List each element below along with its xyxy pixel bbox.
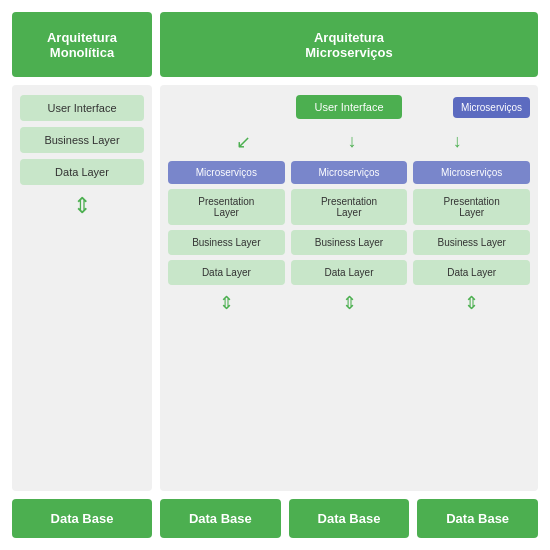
micro-col1-badge: Microserviços <box>168 161 285 184</box>
micro-col3-business: Business Layer <box>413 230 530 255</box>
micro-title: Arquitetura Microserviços <box>305 30 392 60</box>
micro-col3-arrow: ⇕ <box>464 292 479 314</box>
micro-col2-data-label: Data Layer <box>325 267 374 278</box>
arrow-down-1: ↙ <box>236 131 251 153</box>
micro-col2-badge-label: Microserviços <box>318 167 379 178</box>
micro-col3-presentation: Presentation Layer <box>413 189 530 225</box>
db-mono-label: Data Base <box>51 511 114 526</box>
main-container: Arquitetura Monolítica Arquitetura Micro… <box>0 0 550 550</box>
micro-col1-presentation: Presentation Layer <box>168 189 285 225</box>
content-row: User Interface Business Layer Data Layer… <box>12 85 538 491</box>
db-micro3-label: Data Base <box>446 511 509 526</box>
db-micro3: Data Base <box>417 499 538 538</box>
mono-business-label: Business Layer <box>44 134 119 146</box>
micro-ui-box: User Interface <box>296 95 401 119</box>
arrow-down-2: ↓ <box>347 131 356 153</box>
micro-col3-biz-label: Business Layer <box>437 237 505 248</box>
micro-col3-data-label: Data Layer <box>447 267 496 278</box>
headers-row: Arquitetura Monolítica Arquitetura Micro… <box>12 12 538 77</box>
micro-col3-data: Data Layer <box>413 260 530 285</box>
micro-badge-top: Microserviços <box>453 97 530 118</box>
micro-col-1: Microserviços Presentation Layer Busines… <box>168 161 285 481</box>
micro-area: User Interface Microserviços ↙ ↓ ↓ Micro… <box>160 85 538 491</box>
db-micro1: Data Base <box>160 499 281 538</box>
micro-col2-badge: Microserviços <box>291 161 408 184</box>
micro-col2-business: Business Layer <box>291 230 408 255</box>
db-micro1-label: Data Base <box>189 511 252 526</box>
mono-header: Arquitetura Monolítica <box>12 12 152 77</box>
db-row: Data Base Data Base Data Base Data Base <box>12 499 538 538</box>
micro-col3-pres-label: Presentation Layer <box>444 196 500 218</box>
micro-col2-arrow: ⇕ <box>342 292 357 314</box>
micro-col1-badge-label: Microserviços <box>196 167 257 178</box>
micro-col-3: Microserviços Presentation Layer Busines… <box>413 161 530 481</box>
db-micro2: Data Base <box>289 499 410 538</box>
mono-data-box: Data Layer <box>20 159 144 185</box>
mono-arrow: ⇕ <box>73 195 91 217</box>
micro-col2-pres-label: Presentation Layer <box>321 196 377 218</box>
mono-data-label: Data Layer <box>55 166 109 178</box>
arrows-from-ui: ↙ ↓ ↓ <box>168 131 530 153</box>
micro-col1-biz-label: Business Layer <box>192 237 260 248</box>
micro-col2-presentation: Presentation Layer <box>291 189 408 225</box>
micro-top: User Interface Microserviços <box>168 95 530 123</box>
db-mono: Data Base <box>12 499 152 538</box>
micro-col2-data: Data Layer <box>291 260 408 285</box>
mono-ui-label: User Interface <box>47 102 116 114</box>
micro-col3-badge-label: Microserviços <box>441 167 502 178</box>
micro-col3-badge: Microserviços <box>413 161 530 184</box>
micro-col1-business: Business Layer <box>168 230 285 255</box>
micro-ui-label: User Interface <box>314 101 383 113</box>
micro-col2-biz-label: Business Layer <box>315 237 383 248</box>
arrow-down-3: ↓ <box>453 131 462 153</box>
micro-col1-pres-label: Presentation Layer <box>198 196 254 218</box>
micro-col1-data: Data Layer <box>168 260 285 285</box>
micro-header: Arquitetura Microserviços <box>160 12 538 77</box>
micro-col1-data-label: Data Layer <box>202 267 251 278</box>
mono-title: Arquitetura Monolítica <box>47 30 117 60</box>
micro-columns: Microserviços Presentation Layer Busines… <box>168 161 530 481</box>
micro-badge-label: Microserviços <box>461 102 522 113</box>
mono-business-box: Business Layer <box>20 127 144 153</box>
micro-col1-arrow: ⇕ <box>219 292 234 314</box>
mono-ui-box: User Interface <box>20 95 144 121</box>
db-micro2-label: Data Base <box>318 511 381 526</box>
mono-column: User Interface Business Layer Data Layer… <box>12 85 152 491</box>
micro-col-2: Microserviços Presentation Layer Busines… <box>291 161 408 481</box>
